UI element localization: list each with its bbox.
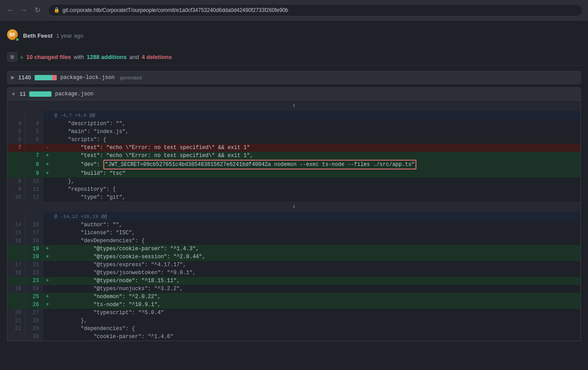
table-row: 9 11 "repository": { [8, 185, 581, 193]
line-content: "dependencies": { [52, 325, 581, 333]
line-num-old [8, 169, 25, 177]
line-num-old: 8 [8, 177, 25, 185]
forward-button[interactable]: → [19, 5, 29, 16]
file-header-package-json[interactable]: ▼ 11 package.json [7, 87, 581, 100]
page-content: BF Beth Feest 1 year ago ⊞ + 10 changed … [0, 20, 588, 350]
line-marker [43, 229, 52, 237]
line-num-new: 23 [25, 277, 43, 285]
line-num-old [8, 160, 25, 169]
line-content: }, [52, 317, 581, 325]
line-num-old: 6 [8, 136, 25, 144]
line-num-new: 8 [25, 160, 43, 169]
hunk-line-num-left-2 [8, 212, 25, 221]
line-num-new: 6 [25, 136, 43, 144]
line-num-old [8, 152, 25, 160]
table-row: 16 18 "devDependencies": { [8, 237, 581, 245]
line-num-old: 14 [8, 221, 25, 229]
address-bar[interactable]: 🔒 git.corporate.htb/CorporateIT/ourpeopl… [48, 4, 583, 16]
commit-time: 1 year ago [56, 32, 83, 39]
file-section-package-lock: ▶ 1140 package-lock.json generated [7, 71, 581, 84]
table-row: 7 + "test": "echo \"Error: no test speci… [8, 152, 581, 160]
line-marker [43, 333, 52, 341]
commit-header: BF Beth Feest 1 year ago [7, 26, 581, 45]
deletions-count: 4 deletions [141, 54, 172, 60]
table-row: 10 12 "type": "git", [8, 193, 581, 201]
line-content: "typescript": "^5.0.4" [52, 309, 581, 317]
line-marker [43, 221, 52, 229]
hunk-marker [43, 111, 52, 120]
line-num-old [8, 301, 25, 309]
table-row: 19 + "@types/cookie-parser": "^1.4.3", [8, 245, 581, 253]
line-num-new: 25 [25, 293, 43, 301]
line-num-old: 21 [8, 317, 25, 325]
line-num-new: 7 [25, 152, 43, 160]
line-num-old: 10 [8, 193, 25, 201]
line-content: "@types/express": "^4.17.17", [52, 261, 581, 269]
line-marker: + [43, 245, 52, 253]
line-marker: + [43, 293, 52, 301]
line-num-new: 9 [25, 169, 43, 177]
line-content: "test": "echo \"Error: no test specified… [52, 144, 581, 152]
line-content: "author": "", [52, 221, 581, 229]
hunk-line-num-left [8, 111, 25, 120]
expand-handle-top[interactable]: ⇕ [8, 100, 581, 111]
expand-icon-middle: ⇕ [292, 203, 296, 210]
line-content: "type": "git", [52, 193, 581, 201]
line-content: "devDependencies": { [52, 237, 581, 245]
table-row: 21 28 }, [8, 317, 581, 325]
line-marker: + [43, 277, 52, 285]
line-num-new: 17 [25, 229, 43, 237]
line-content: "test": "echo \"Error: no test specified… [52, 152, 581, 160]
line-num-old [8, 253, 25, 261]
diff-hunk-2: @ -14,12 +16,19 @@ [8, 212, 581, 221]
table-row: 18 22 "@types/jsonwebtoken": "^9.0.1", [8, 269, 581, 277]
line-content: "description": "", [52, 120, 581, 128]
line-num-new: 5 [25, 128, 43, 136]
file-header-package-lock[interactable]: ▶ 1140 package-lock.json generated [7, 71, 581, 84]
line-num-new: 10 [25, 177, 43, 185]
line-num-new: 18 [25, 237, 43, 245]
line-num-new: 4 [25, 120, 43, 128]
line-marker [43, 309, 52, 317]
line-marker [43, 128, 52, 136]
table-row: 19 24 "@types/nunjucks": "^3.2.2", [8, 285, 581, 293]
line-num-old: 16 [8, 237, 25, 245]
line-num-old: 19 [8, 285, 25, 293]
refresh-button[interactable]: ↻ [32, 5, 43, 16]
line-num-new: 16 [25, 221, 43, 229]
line-num-new: 11 [25, 185, 43, 193]
line-num-new: 27 [25, 309, 43, 317]
line-marker [43, 261, 52, 269]
line-marker [43, 237, 52, 245]
line-marker [43, 325, 52, 333]
line-marker: + [43, 152, 52, 160]
line-content-secret: "dev": "JWT_SECRET=09cb527651c4bd3854838… [52, 160, 581, 169]
line-marker [43, 136, 52, 144]
line-num-new: 12 [25, 193, 43, 201]
line-num-old: 15 [8, 229, 25, 237]
line-num-new: 24 [25, 285, 43, 293]
table-row: 14 16 "author": "", [8, 221, 581, 229]
line-content: "nodemon": "^2.0.22", [52, 293, 581, 301]
line-marker: + [43, 160, 52, 169]
table-row: 17 21 "@types/express": "^4.17.17", [8, 261, 581, 269]
table-row: 30 "cookie-parser": "^1.4.6" [8, 333, 581, 341]
line-marker: + [43, 301, 52, 309]
file-section-package-json: ▼ 11 package.json ⇕ @ -4,7 +4,9 @@ [7, 87, 581, 341]
line-content: "scripts": { [52, 136, 581, 144]
lock-icon: 🔒 [54, 7, 60, 13]
line-content: "@types/cookie-session": "^2.0.44", [52, 253, 581, 261]
diff-count-2: 11 [20, 91, 26, 97]
stats-with-text: with [74, 54, 84, 60]
table-row: 15 17 "license": "ISC", [8, 229, 581, 237]
expand-handle-middle[interactable]: ⇕ [8, 201, 581, 212]
line-num-old: 18 [8, 269, 25, 277]
table-row: 9 + "build": "tsc" [8, 169, 581, 177]
table-row: 6 6 "scripts": { [8, 136, 581, 144]
line-num-old: 4 [8, 120, 25, 128]
table-row: 8 10 }, [8, 177, 581, 185]
line-marker [43, 317, 52, 325]
toggle-files-button[interactable]: ⊞ [7, 52, 17, 62]
line-content: "@types/cookie-parser": "^1.4.3", [52, 245, 581, 253]
back-button[interactable]: ← [5, 5, 16, 16]
